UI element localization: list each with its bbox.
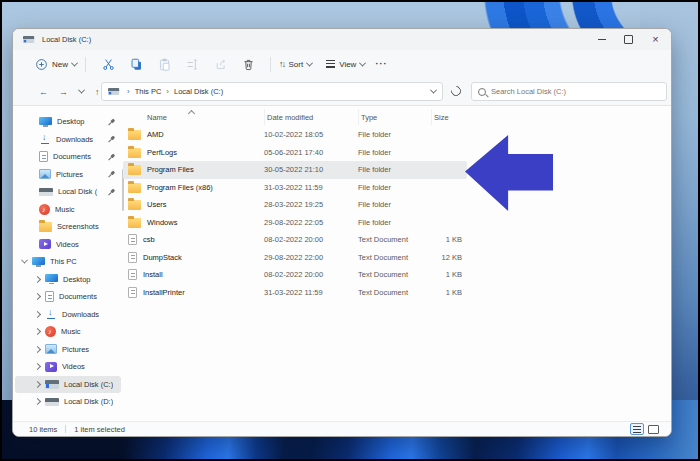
sidebar-item-documents[interactable]: Documents bbox=[15, 288, 121, 306]
file-row-program-files-x86[interactable]: Program Files (x86)31-03-2022 11:59File … bbox=[123, 179, 467, 197]
minimize-button[interactable] bbox=[588, 29, 615, 50]
file-type-cell: File folder bbox=[358, 183, 431, 192]
sidebar-item-screenshots[interactable]: Screenshots bbox=[15, 218, 121, 236]
sidebar-item-label: Documents bbox=[59, 292, 97, 301]
thumbnail-view-button[interactable] bbox=[648, 425, 659, 434]
sidebar-item-local-disk[interactable]: Local Disk ( bbox=[15, 183, 121, 201]
file-name-cell: Windows bbox=[123, 217, 264, 228]
drive-icon bbox=[45, 380, 59, 389]
file-row-dumpstack[interactable]: DumpStack29-08-2022 22:00Text Document12… bbox=[123, 249, 467, 267]
sidebar-item-local-disk-c[interactable]: Local Disk (C:) bbox=[15, 376, 121, 394]
breadcrumb-item-this-pc[interactable]: This PC bbox=[135, 87, 162, 96]
sidebar-item-desktop[interactable]: Desktop bbox=[15, 113, 121, 131]
details-view-button[interactable] bbox=[630, 423, 644, 435]
sidebar-item-local-disk-d[interactable]: Local Disk (D:) bbox=[15, 393, 121, 411]
sidebar-item-label: Downloads bbox=[62, 310, 99, 319]
file-row-install[interactable]: Install08-02-2022 20:00Text Document1 KB bbox=[123, 266, 467, 284]
sidebar-item-pictures[interactable]: Pictures bbox=[15, 166, 121, 184]
cut-button[interactable] bbox=[94, 58, 122, 71]
file-row-users[interactable]: Users28-03-2022 19:25File folder bbox=[123, 196, 467, 214]
sidebar-item-desktop[interactable]: Desktop bbox=[15, 271, 121, 289]
sidebar-item-documents[interactable]: Documents bbox=[15, 148, 121, 166]
address-dropdown-chevron-icon[interactable] bbox=[430, 87, 437, 94]
sidebar-item-pictures[interactable]: Pictures bbox=[15, 341, 121, 359]
rename-button[interactable] bbox=[178, 58, 206, 71]
breadcrumb-item-local-disk-c[interactable]: Local Disk (C:) bbox=[174, 87, 223, 96]
search-box[interactable] bbox=[471, 82, 667, 101]
minimize-icon bbox=[598, 39, 606, 40]
file-date-cell: 08-02-2022 20:00 bbox=[264, 235, 358, 244]
file-type-cell: Text Document bbox=[358, 235, 431, 244]
sidebar-item-music[interactable]: Music bbox=[15, 201, 121, 219]
music-icon bbox=[45, 326, 56, 337]
forward-button[interactable]: → bbox=[59, 87, 68, 97]
file-row-csb[interactable]: csb08-02-2022 20:00Text Document1 KB bbox=[123, 231, 467, 249]
new-button[interactable]: New bbox=[35, 58, 77, 71]
column-header-name[interactable]: Name bbox=[123, 109, 264, 125]
text-document-icon bbox=[128, 269, 137, 280]
column-header-label: Name bbox=[147, 113, 167, 122]
file-date-cell: 10-02-2022 18:05 bbox=[264, 130, 358, 139]
sidebar-item-label: Desktop bbox=[57, 117, 85, 126]
file-list: AMD10-02-2022 18:05File folderPerfLogs05… bbox=[123, 126, 467, 301]
file-type-cell: File folder bbox=[358, 218, 431, 227]
sidebar-item-label: Local Disk ( bbox=[58, 187, 97, 196]
file-name-label: Program Files bbox=[147, 165, 194, 174]
search-input[interactable] bbox=[491, 87, 660, 96]
sidebar-item-label: Pictures bbox=[56, 170, 83, 179]
pin-icon bbox=[105, 169, 116, 180]
search-icon bbox=[478, 88, 486, 96]
folder-icon bbox=[128, 130, 141, 140]
chevron-down-icon bbox=[21, 257, 28, 264]
sidebar-item-downloads[interactable]: Downloads bbox=[15, 306, 121, 324]
file-row-perflogs[interactable]: PerfLogs05-06-2021 17:40File folder bbox=[123, 144, 467, 162]
sidebar-item-videos[interactable]: Videos bbox=[15, 236, 121, 254]
pin-icon bbox=[105, 116, 116, 127]
copy-button[interactable] bbox=[122, 58, 150, 71]
file-row-installprinter[interactable]: InstallPrinter31-03-2022 11:59Text Docum… bbox=[123, 284, 467, 302]
file-date-cell: 30-05-2022 21:10 bbox=[264, 165, 358, 174]
window-controls: × bbox=[588, 29, 669, 50]
folder-icon bbox=[128, 218, 141, 228]
view-button[interactable]: View bbox=[326, 60, 365, 69]
sidebar-item-this-pc[interactable]: This PC bbox=[15, 253, 121, 271]
sidebar-item-label: Local Disk (C:) bbox=[64, 380, 113, 389]
column-header-size[interactable]: Size bbox=[431, 109, 467, 125]
file-type-cell: File folder bbox=[358, 200, 431, 209]
column-header-type[interactable]: Type bbox=[358, 109, 431, 125]
sidebar-item-downloads[interactable]: Downloads bbox=[15, 131, 121, 149]
sidebar-item-music[interactable]: Music bbox=[15, 323, 121, 341]
monitor-icon bbox=[32, 257, 45, 267]
breadcrumb-separator: › bbox=[127, 87, 130, 96]
sidebar-item-label: Downloads bbox=[56, 135, 93, 144]
drive-icon bbox=[108, 88, 119, 95]
chevron-right-icon bbox=[34, 293, 41, 300]
paste-button[interactable] bbox=[150, 58, 178, 71]
close-button[interactable]: × bbox=[642, 29, 669, 50]
file-row-windows[interactable]: Windows29-08-2022 22:05File folder bbox=[123, 214, 467, 232]
file-size-cell: 1 KB bbox=[431, 288, 467, 297]
column-header-date[interactable]: Date modified bbox=[264, 109, 358, 125]
new-button-label: New bbox=[52, 60, 68, 69]
plus-circle-icon bbox=[35, 58, 48, 71]
file-date-cell: 31-03-2022 11:59 bbox=[264, 183, 358, 192]
sidebar-item-label: Pictures bbox=[62, 345, 89, 354]
maximize-button[interactable] bbox=[615, 29, 642, 50]
delete-button[interactable] bbox=[234, 58, 262, 71]
sort-button[interactable]: ↑↓ Sort bbox=[279, 59, 312, 69]
file-name-label: Program Files (x86) bbox=[147, 183, 213, 192]
delete-icon bbox=[242, 58, 255, 71]
share-button[interactable] bbox=[206, 58, 234, 71]
recent-locations-chevron-icon[interactable] bbox=[78, 87, 85, 94]
up-button[interactable]: ↑ bbox=[95, 87, 100, 97]
file-row-program-files[interactable]: Program Files30-05-2022 21:10File folder bbox=[123, 161, 467, 179]
sidebar-item-videos[interactable]: Videos bbox=[15, 358, 121, 376]
back-button[interactable]: ← bbox=[39, 87, 48, 97]
file-date-cell: 29-08-2022 22:00 bbox=[264, 253, 358, 262]
see-more-button[interactable]: ··· bbox=[375, 59, 387, 69]
refresh-icon[interactable] bbox=[449, 84, 463, 98]
title-bar[interactable]: Local Disk (C:) × bbox=[13, 29, 671, 50]
file-row-amd[interactable]: AMD10-02-2022 18:05File folder bbox=[123, 126, 467, 144]
close-icon: × bbox=[652, 34, 658, 45]
breadcrumb[interactable]: › This PC › Local Disk (C:) bbox=[101, 82, 443, 101]
